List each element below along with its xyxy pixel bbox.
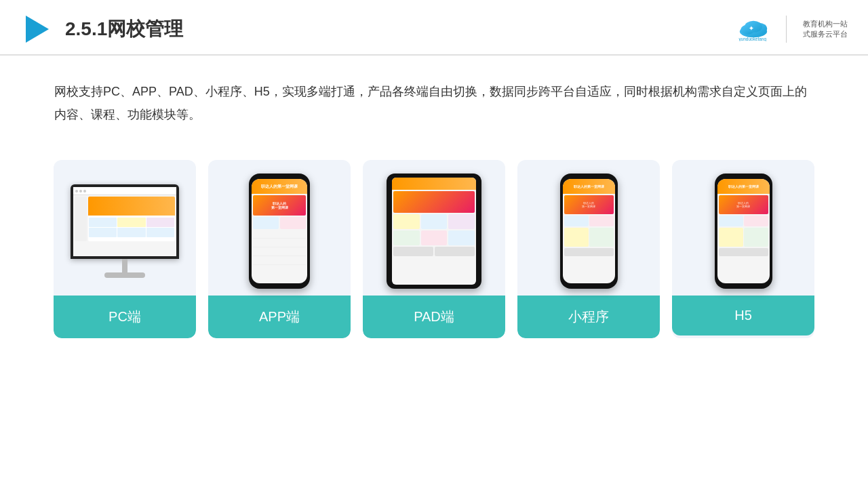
- tablet-grid-4: [393, 230, 420, 245]
- monitor-main: [88, 197, 175, 241]
- tablet-header: [392, 178, 476, 190]
- small-phone-header-h5: 职达人的第一堂网课: [717, 179, 770, 194]
- monitor-card-3: [146, 218, 174, 227]
- small-phone-banner-h5: 职达人的第一堂网课: [719, 195, 768, 214]
- small-phone-item-1-mp: [564, 216, 589, 226]
- small-phone-notch-mp: [580, 174, 597, 178]
- tablet-row-1: [393, 247, 433, 256]
- phone-body-content: 职达人的第一堂网课: [252, 194, 307, 267]
- small-phone-body-mp: 职达人的第一堂网课 职达人的第一堂网课: [560, 174, 618, 289]
- header: 2.5.1网校管理 ✦ yunduoketang: [0, 0, 868, 56]
- monitor-stand: [122, 259, 127, 272]
- monitor-content: [73, 187, 176, 256]
- phone-list-3: [253, 248, 306, 256]
- tablet-banner: [393, 191, 475, 213]
- small-phone-notch-h5: [735, 174, 751, 178]
- card-app-label: APP端: [208, 296, 351, 338]
- tablet-screen: [392, 178, 476, 285]
- small-phone-content-mp: 职达人的第一堂网课: [563, 194, 615, 258]
- miniprogram-device: 职达人的第一堂网课 职达人的第一堂网课: [560, 174, 618, 289]
- card-pc: PC端: [54, 160, 196, 338]
- monitor-cards: [88, 217, 175, 238]
- monitor-base: [104, 272, 145, 278]
- tablet-grid-6: [448, 230, 475, 245]
- tablet-row: [393, 247, 475, 256]
- small-phone-header-mp: 职达人的第一堂网课: [563, 179, 615, 194]
- tablet-body: [387, 174, 481, 289]
- card-app: 职达人的第一堂网课 职达人的第一堂网课: [208, 160, 351, 338]
- brand-cloud-icon: ✦ yunduoketang: [733, 17, 774, 41]
- phone-list-1: [253, 230, 306, 239]
- small-phone-list-2-mp: [589, 228, 614, 247]
- phone-header-text: 职达人的第一堂网课: [261, 184, 298, 190]
- card-h5: 职达人的第一堂网课 职达人的第一堂网课: [672, 160, 814, 338]
- card-miniprogram-label: 小程序: [517, 296, 660, 338]
- tablet-grid: [393, 214, 475, 245]
- small-phone-content-h5: 职达人的第一堂网课: [717, 194, 770, 258]
- brand-slogan: 教育机构一站 式服务云平台: [803, 19, 848, 40]
- card-miniprogram: 职达人的第一堂网课 职达人的第一堂网课: [517, 160, 660, 338]
- phone-screen: 职达人的第一堂网课 职达人的第一堂网课: [252, 179, 307, 283]
- small-phone-item-1-h5: [719, 216, 743, 226]
- svg-text:yunduoketang: yunduoketang: [738, 37, 766, 41]
- card-pad: PAD端: [363, 160, 505, 338]
- small-phone-bottom-mp: [564, 248, 614, 256]
- monitor-nav: [73, 187, 176, 195]
- brand-divider: [786, 16, 787, 43]
- small-phone-header-text-mp: 职达人的第一堂网课: [574, 184, 604, 188]
- small-phone-bottom-h5: [719, 248, 768, 256]
- phone-row-1: [253, 217, 306, 229]
- small-phone-banner-mp: 职达人的第一堂网课: [564, 195, 614, 214]
- tablet-grid-3: [448, 214, 475, 229]
- monitor-sidebar: [75, 197, 87, 241]
- tablet-grid-5: [421, 230, 448, 245]
- monitor-card-6: [146, 228, 174, 237]
- h5-device: 职达人的第一堂网课 职达人的第一堂网课: [715, 174, 772, 289]
- card-pc-label: PC端: [54, 296, 196, 338]
- page-title: 2.5.1网校管理: [65, 16, 183, 42]
- card-miniprogram-image: 职达人的第一堂网课 职达人的第一堂网课: [517, 160, 660, 296]
- small-phone-list-1-h5: [719, 228, 743, 247]
- card-pc-image: [54, 160, 196, 296]
- small-phone-screen-mp: 职达人的第一堂网课 职达人的第一堂网课: [563, 179, 615, 283]
- phone-header: 职达人的第一堂网课: [252, 179, 307, 194]
- small-phone-list-1-mp: [564, 228, 589, 247]
- monitor-card-2: [117, 218, 145, 227]
- small-phone-banner-text-h5: 职达人的第一堂网课: [736, 201, 750, 208]
- nav-dot-3: [83, 190, 86, 192]
- tablet-row-2: [435, 247, 475, 256]
- card-pad-image: [363, 160, 505, 296]
- header-right: ✦ yunduoketang 教育机构一站 式服务云平台: [733, 16, 848, 43]
- small-phone-banner-text-mp: 职达人的第一堂网课: [582, 201, 595, 208]
- monitor-body: [73, 195, 176, 243]
- svg-text:✦: ✦: [749, 25, 754, 32]
- tablet-grid-2: [421, 214, 448, 229]
- tablet-device: [387, 174, 481, 289]
- monitor-screen: [71, 184, 179, 259]
- card-h5-label: H5: [672, 296, 814, 336]
- monitor-banner: [88, 197, 175, 216]
- small-phone-body-h5: 职达人的第一堂网课 职达人的第一堂网课: [715, 174, 772, 289]
- phone-body: 职达人的第一堂网课 职达人的第一堂网课: [249, 174, 310, 289]
- small-phone-list-h5: [719, 228, 768, 247]
- small-phone-list-2-h5: [744, 228, 768, 247]
- tablet-body-content: [392, 190, 476, 258]
- cards-container: PC端 职达人的第一堂网课 职达人的第一堂网课: [0, 140, 868, 359]
- monitor-card-4: [89, 228, 117, 237]
- phone-list-2: [253, 239, 306, 247]
- small-phone-item-2-mp: [589, 216, 614, 226]
- small-phone-row-mp: [564, 216, 614, 226]
- header-left: 2.5.1网校管理: [20, 12, 183, 46]
- phone-device: 职达人的第一堂网课 职达人的第一堂网课: [249, 174, 310, 289]
- monitor-card-5: [117, 228, 145, 237]
- brand-slogan-line2: 式服务云平台: [803, 29, 848, 39]
- phone-list-4: [253, 257, 306, 265]
- monitor-card-1: [89, 218, 117, 227]
- card-h5-image: 职达人的第一堂网课 职达人的第一堂网课: [672, 160, 814, 296]
- card-app-image: 职达人的第一堂网课 职达人的第一堂网课: [208, 160, 351, 296]
- svg-marker-0: [26, 16, 49, 43]
- nav-dot-1: [75, 190, 78, 192]
- small-phone-list-mp: [564, 228, 614, 247]
- tablet-grid-1: [393, 214, 420, 229]
- description: 网校支持PC、APP、PAD、小程序、H5，实现多端打通，产品各终端自由切换，数…: [0, 56, 868, 140]
